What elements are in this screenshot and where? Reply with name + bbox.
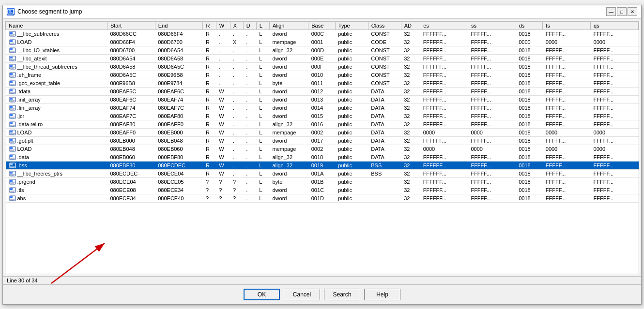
table-row[interactable]: .tls 080ECE08080ECE34???.Ldword001Cpubli… — [6, 186, 639, 194]
table-row[interactable]: LOAD 080EAFF0080EB000RW..Lmempage0002pub… — [6, 128, 639, 136]
table-row[interactable]: .jcr 080EAF7C080EAF80RW..Ldword0015publi… — [6, 112, 639, 120]
cell-d: . — [243, 79, 256, 87]
cell-base: 0001 — [308, 38, 336, 46]
table-row[interactable]: LOAD 080EB048080EB060RW..Lmempage0002pub… — [6, 145, 639, 153]
cell-w: W — [216, 161, 230, 169]
col-header-d[interactable]: D — [243, 21, 256, 29]
cell-type: public — [335, 95, 368, 103]
col-header-r[interactable]: R — [203, 21, 216, 29]
col-header-x[interactable]: X — [230, 21, 243, 29]
col-header-start[interactable]: Start — [107, 21, 155, 29]
svg-rect-16 — [10, 57, 13, 59]
cell-end: 080EAF74 — [155, 95, 203, 103]
table-row[interactable]: __libc_IO_vtables 080D6700080D6A54R...La… — [6, 46, 639, 54]
cell-es: FFFFFF... — [420, 153, 468, 161]
cell-fs: FFFFF... — [543, 153, 591, 161]
cell-fs: 0000 — [543, 38, 591, 46]
col-header-align[interactable]: Align — [269, 21, 308, 29]
cell-fs: FFFFF... — [543, 177, 591, 186]
col-header-ss[interactable]: ss — [468, 21, 516, 29]
svg-rect-44 — [10, 114, 13, 116]
table-row[interactable]: __libc_atexit 080D6A54080D6A58R...Ldword… — [6, 54, 639, 62]
table-row[interactable]: __libc_freeres_ptrs 080ECDEC080ECE04RW..… — [6, 169, 639, 177]
cell-x: . — [230, 103, 243, 112]
close-button[interactable]: ✕ — [628, 7, 637, 16]
svg-rect-32 — [10, 89, 13, 91]
cell-start: 080D6A54 — [107, 54, 155, 62]
col-header-l[interactable]: L — [256, 21, 269, 29]
table-row[interactable]: .prgend 080ECE04080ECE05???.Lbyte001Bpub… — [6, 177, 639, 186]
help-button[interactable]: Help — [364, 289, 400, 300]
table-row[interactable]: .data 080EB060080EBF80RW..Lalign_320018p… — [6, 153, 639, 161]
cell-fs: FFFFF... — [543, 112, 591, 120]
table-row[interactable]: .data.rel.ro 080EAF80080EAFF0RW..Lalign_… — [6, 120, 639, 128]
cell-ds: 0018 — [516, 153, 543, 161]
cell-r: R — [203, 87, 216, 95]
cell-x: . — [230, 29, 243, 38]
col-header-qs[interactable]: qs — [591, 21, 639, 29]
table-row[interactable]: LOAD 080D66F4080D6700R.X.Lmempage0001pub… — [6, 38, 639, 46]
table-row[interactable]: .fini_array 080EAF74080EAF7CRW..Ldword00… — [6, 103, 639, 112]
cell-fs: FFFFF... — [543, 161, 591, 169]
cell-es: FFFFFF... — [420, 71, 468, 79]
cell-fs: FFFFF... — [543, 87, 591, 95]
cell-es: FFFFFF... — [420, 186, 468, 194]
row-icon — [9, 146, 16, 152]
restore-button[interactable]: □ — [617, 7, 627, 16]
table-row[interactable]: .bss 080EBF80080ECDECRW..Lalign_320019pu… — [6, 161, 639, 169]
ok-button[interactable]: OK — [244, 289, 280, 300]
table-row[interactable]: .eh_frame 080D6A5C080E96B8R...Ldword0010… — [6, 71, 639, 79]
cell-fs: FFFFF... — [543, 54, 591, 62]
cell-base: 000D — [308, 46, 336, 54]
cell-fs: 0000 — [543, 145, 591, 153]
col-header-es[interactable]: es — [420, 21, 468, 29]
cell-ad: 32 — [401, 112, 420, 120]
col-header-name[interactable]: Name — [6, 21, 107, 29]
col-header-class[interactable]: Class — [368, 21, 401, 29]
row-icon — [9, 162, 16, 169]
cell-ad: 32 — [401, 186, 420, 194]
cell-qs: FFFFF... — [591, 153, 639, 161]
cell-qs: FFFFF... — [591, 103, 639, 112]
cell-w: W — [216, 95, 230, 103]
col-header-base[interactable]: Base — [308, 21, 336, 29]
cell-end: 080D6A58 — [155, 54, 203, 62]
cell-end: 080D6A54 — [155, 46, 203, 54]
minimize-button[interactable]: — — [606, 7, 616, 16]
col-header-fs[interactable]: fs — [543, 21, 591, 29]
col-header-ad[interactable]: AD — [401, 21, 420, 29]
cell-d: . — [243, 128, 256, 136]
cell-align: byte — [269, 79, 308, 87]
cell-base: 0015 — [308, 112, 336, 120]
cell-align: mempage — [269, 145, 308, 153]
cell-w: W — [216, 120, 230, 128]
cell-ad: 32 — [401, 46, 420, 54]
cell-ad: 32 — [401, 120, 420, 128]
cell-d: . — [243, 112, 256, 120]
table-row[interactable]: .got.plt 080EB000080EB048RW..Ldword0017p… — [6, 136, 639, 145]
table-row[interactable]: abs 080ECE34080ECE40???.Ldword001Dpublic… — [6, 194, 639, 202]
col-header-type[interactable]: Type — [335, 21, 368, 29]
col-header-end[interactable]: End — [155, 21, 203, 29]
table-row[interactable]: __libc_thread_subfreeres 080D6A58080D6A5… — [6, 62, 639, 71]
cell-d: . — [243, 169, 256, 177]
table-scroll[interactable]: NameStartEndRWXDLAlignBaseTypeClassADess… — [5, 21, 639, 274]
cell-class: CONST — [368, 29, 401, 38]
table-row[interactable]: .tdata 080EAF5C080EAF6CRW..Ldword0012pub… — [6, 87, 639, 95]
table-row[interactable]: .gcc_except_table 080E96B8080E9784R...Lb… — [6, 79, 639, 87]
col-header-ds[interactable]: ds — [516, 21, 543, 29]
cell-ds: 0018 — [516, 194, 543, 202]
col-header-w[interactable]: W — [216, 21, 230, 29]
cell-start: 080EAF74 — [107, 103, 155, 112]
cell-d: . — [243, 120, 256, 128]
cell-w: ? — [216, 194, 230, 202]
cell-qs: FFFFF... — [591, 79, 639, 87]
cell-ss: FFFFF... — [468, 87, 516, 95]
cell-ad: 32 — [401, 145, 420, 153]
cell-w: W — [216, 145, 230, 153]
table-row[interactable]: __libc_subfreeres 080D66CC080D66F4R...Ld… — [6, 29, 639, 38]
cell-ss: FFFFF... — [468, 62, 516, 71]
table-row[interactable]: .init_array 080EAF6C080EAF74RW..Ldword00… — [6, 95, 639, 103]
search-button[interactable]: Search — [324, 289, 360, 300]
cancel-button[interactable]: Cancel — [284, 289, 320, 300]
